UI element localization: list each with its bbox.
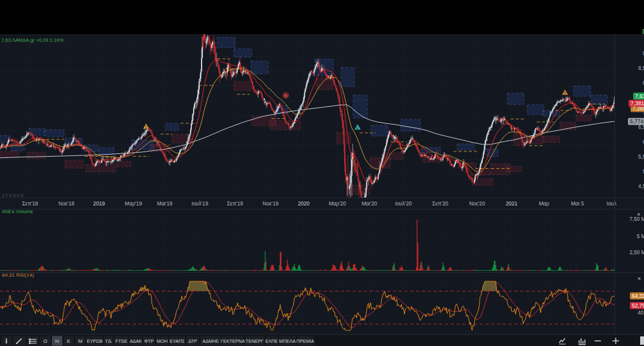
svg-text:40: 40 (638, 310, 644, 316)
svg-text:ΔΤΡ: ΔΤΡ (188, 338, 197, 344)
svg-text:Νοε'20: Νοε'20 (469, 201, 485, 207)
svg-text:64,31 RSI(14): 64,31 RSI(14) (2, 272, 34, 278)
svg-text:ΓΔ: ΓΔ (105, 338, 112, 344)
svg-text:8,5: 8,5 (638, 65, 644, 71)
svg-text:4,5: 4,5 (638, 184, 644, 189)
svg-text:Μαι'20: Μαι'20 (361, 201, 377, 207)
svg-text:6,5: 6,5 (638, 125, 644, 130)
svg-text:6,7744: 6,7744 (630, 118, 644, 125)
svg-text:5,5: 5,5 (638, 154, 644, 160)
svg-text:Σεπ'18: Σεπ'18 (22, 201, 38, 207)
svg-text:Σ: Σ (564, 91, 566, 95)
svg-text:5 M: 5 M (637, 234, 644, 239)
svg-text:Ω: Ω (44, 338, 48, 344)
svg-text:×: × (637, 211, 640, 218)
svg-text:ΠΡΕΜΙΑ: ΠΡΕΜΙΑ (297, 338, 315, 344)
svg-text:Μαι 5: Μαι 5 (571, 201, 584, 207)
svg-text:Νοε'19: Νοε'19 (263, 201, 279, 207)
svg-text:ΤΕΝΕΡΓ: ΤΕΝΕΡΓ (246, 338, 264, 344)
svg-text:Μαι'19: Μαι'19 (157, 201, 173, 207)
svg-text:408 k Volume: 408 k Volume (2, 209, 33, 214)
svg-text:ZTRADE: ZTRADE (2, 193, 24, 198)
svg-text:ΜΟΗ: ΜΟΗ (157, 338, 168, 344)
svg-text:ΑΔΜΗΕ: ΑΔΜΗΕ (202, 338, 219, 344)
svg-text:Νοε'18: Νοε'18 (58, 201, 74, 207)
svg-text:ΕΛΠΕ: ΕΛΠΕ (265, 338, 278, 344)
svg-text:Ε: Ε (67, 338, 70, 344)
svg-text:ΑΔΑΚ: ΑΔΑΚ (130, 338, 142, 344)
svg-text:i: i (6, 338, 8, 345)
svg-text:Σεπ'20: Σεπ'20 (432, 201, 448, 207)
svg-text:7,63 ΛΑΜΔΑ.gr +0,09 1,19%: 7,63 ΛΑΜΔΑ.gr +0,09 1,19% (1, 37, 64, 43)
svg-text:Ιουλ: Ιουλ (607, 201, 617, 207)
svg-text:2,50 M: 2,50 M (629, 250, 644, 255)
svg-text:ΦΤΡ: ΦΤΡ (144, 338, 154, 344)
svg-text:2020: 2020 (298, 201, 310, 207)
svg-text:ΓΕΚΤΕΡΝΑ: ΓΕΚΤΕΡΝΑ (221, 338, 245, 344)
svg-text:×: × (638, 275, 641, 282)
svg-text:ΜΠΕΛΑ: ΜΠΕΛΑ (279, 338, 296, 344)
svg-text:FTSE: FTSE (116, 338, 128, 344)
svg-text:ΕΥΡΩΒ: ΕΥΡΩΒ (87, 338, 103, 344)
svg-text:Μαρ'19: Μαρ'19 (125, 201, 142, 207)
svg-text:N: N (284, 94, 287, 98)
svg-text:Ιουλ'20: Ιουλ'20 (395, 201, 412, 207)
svg-text:Σεπ'19: Σεπ'19 (227, 201, 243, 207)
svg-text:2021: 2021 (506, 201, 518, 207)
svg-text:Μ: Μ (78, 338, 83, 344)
svg-text:Ιουλ'19: Ιουλ'19 (191, 201, 209, 207)
svg-text:ΕΥΑΠΣ: ΕΥΑΠΣ (170, 338, 185, 344)
svg-text:7,3817: 7,3817 (631, 100, 644, 107)
svg-text:64,31: 64,31 (632, 293, 644, 299)
svg-text:Μαρ'20: Μαρ'20 (329, 201, 346, 207)
svg-text:2019: 2019 (93, 201, 105, 207)
svg-text:7,63: 7,63 (635, 93, 644, 99)
svg-text:Σ: Σ (145, 125, 147, 129)
svg-text:Μαρ: Μαρ (539, 201, 550, 207)
svg-text:Η: Η (55, 338, 59, 344)
svg-text:52,79: 52,79 (632, 302, 644, 309)
